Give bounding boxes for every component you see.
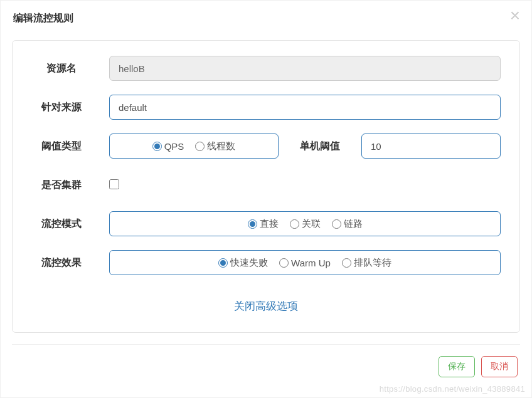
threshold-type-radio-group: QPS 线程数	[109, 134, 279, 159]
effect-row: 流控效果 快速失败 Warm Up 排队等待	[31, 250, 501, 275]
threshold-value-label: 单机阈值	[279, 140, 361, 153]
modal-header: 编辑流控规则	[1, 1, 531, 30]
modal-title: 编辑流控规则	[13, 13, 73, 23]
threshold-type-qps-radio[interactable]	[152, 142, 162, 151]
limitapp-input[interactable]	[109, 95, 501, 120]
threshold-type-qps-option[interactable]: QPS	[152, 141, 184, 152]
advanced-toggle: 关闭高级选项	[31, 299, 501, 313]
mode-chain-option[interactable]: 链路	[332, 218, 363, 230]
effect-warmup-label: Warm Up	[291, 258, 331, 268]
limitapp-label: 针对来源	[31, 101, 92, 114]
resource-row: 资源名	[31, 56, 501, 81]
form-panel: 资源名 针对来源 阈值类型 QPS 线程数 单机阈	[12, 40, 520, 333]
mode-direct-option[interactable]: 直接	[248, 218, 279, 230]
threshold-type-row: 阈值类型 QPS 线程数 单机阈值	[31, 134, 501, 159]
threshold-type-thread-label: 线程数	[207, 140, 235, 152]
limitapp-row: 针对来源	[31, 95, 501, 120]
resource-label: 资源名	[31, 62, 92, 75]
effect-queue-option[interactable]: 排队等待	[342, 257, 391, 269]
modal-footer: 保存 取消	[1, 345, 531, 377]
threshold-type-label: 阈值类型	[31, 140, 92, 153]
cluster-row: 是否集群	[31, 172, 501, 197]
effect-radio-group: 快速失败 Warm Up 排队等待	[109, 250, 501, 275]
threshold-type-qps-label: QPS	[164, 141, 184, 152]
effect-warmup-option[interactable]: Warm Up	[279, 258, 331, 268]
threshold-type-thread-radio[interactable]	[195, 142, 205, 151]
resource-input	[109, 56, 501, 81]
save-button[interactable]: 保存	[439, 356, 475, 377]
effect-fastfail-radio[interactable]	[218, 258, 228, 268]
cluster-label: 是否集群	[31, 179, 92, 192]
effect-fastfail-label: 快速失败	[230, 257, 268, 269]
advanced-toggle-link[interactable]: 关闭高级选项	[234, 300, 298, 312]
mode-chain-radio[interactable]	[332, 219, 341, 229]
close-icon[interactable]: ×	[510, 7, 520, 24]
cancel-button[interactable]: 取消	[481, 356, 518, 377]
mode-direct-label: 直接	[260, 218, 279, 230]
threshold-value-input[interactable]	[361, 134, 501, 159]
cluster-checkbox[interactable]	[109, 179, 119, 189]
mode-row: 流控模式 直接 关联 链路	[31, 211, 501, 236]
edit-flow-rule-modal: 编辑流控规则 × 资源名 针对来源 阈值类型 QPS 线程数	[0, 0, 532, 398]
cluster-checkbox-cell	[109, 179, 119, 191]
mode-relate-radio[interactable]	[290, 219, 299, 229]
effect-queue-radio[interactable]	[342, 258, 351, 268]
mode-relate-label: 关联	[302, 218, 321, 230]
effect-fastfail-option[interactable]: 快速失败	[218, 257, 268, 269]
mode-label: 流控模式	[31, 217, 92, 231]
mode-chain-label: 链路	[344, 218, 363, 230]
watermark: https://blog.csdn.net/weixin_43889841	[380, 384, 525, 394]
threshold-controls: QPS 线程数 单机阈值	[109, 134, 501, 159]
threshold-type-thread-option[interactable]: 线程数	[195, 140, 235, 152]
mode-radio-group: 直接 关联 链路	[109, 211, 501, 236]
effect-warmup-radio[interactable]	[279, 258, 289, 268]
mode-direct-radio[interactable]	[248, 219, 257, 229]
mode-relate-option[interactable]: 关联	[290, 218, 321, 230]
effect-label: 流控效果	[31, 256, 92, 270]
effect-queue-label: 排队等待	[354, 257, 391, 269]
